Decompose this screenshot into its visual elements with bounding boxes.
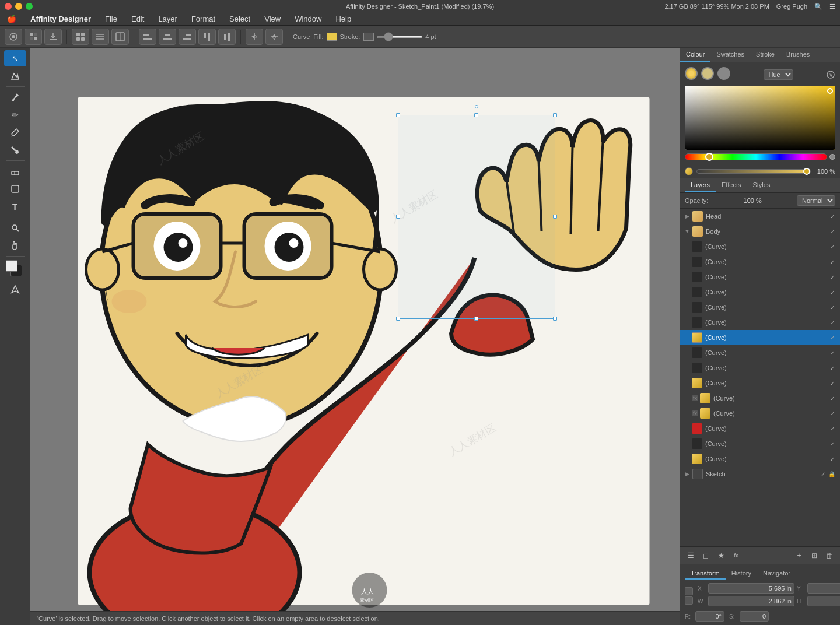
- menu-view[interactable]: View: [262, 15, 283, 23]
- menu-layer[interactable]: Layer: [156, 15, 180, 23]
- transform-lock-xy[interactable]: [685, 587, 693, 595]
- add-layer-icon[interactable]: +: [793, 550, 805, 561]
- apple-menu[interactable]: 🍎: [5, 15, 19, 23]
- layer-curve-10[interactable]: fx (Curve) ✓: [680, 391, 840, 406]
- navigator-tool[interactable]: [4, 281, 26, 297]
- r-input[interactable]: [695, 611, 724, 622]
- visibility-icon-body[interactable]: ✓: [828, 227, 836, 236]
- s-input[interactable]: [740, 611, 769, 622]
- pen-tool[interactable]: [4, 89, 26, 106]
- expand-icon[interactable]: ▶: [684, 213, 691, 220]
- menu-edit[interactable]: Edit: [129, 15, 146, 23]
- brush-tool[interactable]: [4, 124, 26, 141]
- menu-file[interactable]: File: [103, 15, 120, 23]
- lock-icon-sketch[interactable]: 🔒: [828, 471, 836, 477]
- view-mode-1[interactable]: [72, 29, 89, 45]
- vis-c13[interactable]: ✓: [828, 440, 836, 448]
- primary-color-circle[interactable]: [685, 67, 698, 80]
- fill-tool[interactable]: [4, 142, 26, 158]
- foreground-color-indicator[interactable]: [6, 260, 18, 272]
- pencil-tool[interactable]: ✏: [4, 107, 26, 123]
- menu-window[interactable]: Window: [292, 15, 324, 23]
- mask-icon[interactable]: ◻: [700, 550, 712, 561]
- tab-transform[interactable]: Transform: [685, 568, 726, 580]
- expand-icon-body[interactable]: ▼: [684, 228, 691, 235]
- node-tool[interactable]: [4, 68, 26, 84]
- blend-mode-dropdown[interactable]: Normal: [797, 195, 835, 206]
- tab-styles[interactable]: Styles: [747, 178, 776, 192]
- shape-tool[interactable]: [4, 181, 26, 197]
- eraser-tool[interactable]: [4, 163, 26, 180]
- layer-curve-3[interactable]: (Curve) ✓: [680, 269, 840, 285]
- vis-c9[interactable]: ✓: [828, 379, 836, 387]
- view-mode-3[interactable]: [111, 29, 129, 45]
- menu-icon[interactable]: ☰: [830, 3, 835, 10]
- stroke-color-swatch[interactable]: [363, 33, 374, 41]
- stroke-weight-slider[interactable]: [376, 36, 423, 38]
- transform-lock-wh[interactable]: [685, 596, 693, 605]
- menu-help[interactable]: Help: [333, 15, 354, 23]
- visibility-icon-head[interactable]: ✓: [828, 212, 836, 220]
- tab-swatches[interactable]: Swatches: [710, 48, 750, 62]
- hue-extra-knob[interactable]: [830, 154, 835, 160]
- fx-panel-icon[interactable]: fx: [730, 550, 742, 561]
- align-middle-button[interactable]: [218, 29, 236, 45]
- color-options-icon[interactable]: ∨: [826, 70, 835, 79]
- color-mode-dropdown[interactable]: Hue: [764, 69, 793, 80]
- layer-curve-7[interactable]: (Curve) ✓: [680, 345, 840, 360]
- layer-curve-8[interactable]: (Curve) ✓: [680, 360, 840, 375]
- vis-c11[interactable]: ✓: [828, 409, 836, 417]
- canvas-area[interactable]: 人人素材区 人人素材区 人人素材区 人人素材区 人人 素材区: [30, 48, 680, 625]
- expand-icon-sketch[interactable]: ▶: [684, 470, 691, 477]
- vis-c10[interactable]: ✓: [828, 394, 836, 402]
- layer-curve-6[interactable]: (Curve) ✓: [680, 315, 840, 330]
- layer-curve-12[interactable]: (Curve) ✓: [680, 421, 840, 436]
- tab-layers[interactable]: Layers: [685, 178, 716, 192]
- layer-head[interactable]: ▶ Head ✓: [680, 209, 840, 224]
- group-icon[interactable]: ⊞: [808, 550, 820, 561]
- pointer-tool[interactable]: ↖: [4, 50, 26, 66]
- search-icon[interactable]: 🔍: [814, 3, 822, 10]
- view-mode-2[interactable]: [92, 29, 109, 45]
- fullscreen-button[interactable]: [26, 3, 33, 10]
- tab-stroke[interactable]: Stroke: [750, 48, 780, 62]
- flip-h-button[interactable]: [246, 29, 263, 45]
- vis-c14[interactable]: ✓: [828, 455, 836, 463]
- color-gradient-picker[interactable]: [685, 86, 835, 150]
- color-picker-indicator[interactable]: [827, 88, 833, 94]
- menu-affinity[interactable]: Affinity Designer: [28, 15, 93, 23]
- align-top-button[interactable]: [198, 29, 216, 45]
- layer-curve-4[interactable]: (Curve) ✓: [680, 285, 840, 300]
- effect-icon[interactable]: ★: [715, 550, 727, 561]
- h-input[interactable]: [807, 596, 840, 606]
- align-left-button[interactable]: [139, 29, 156, 45]
- layer-curve-5[interactable]: (Curve) ✓: [680, 300, 840, 315]
- layer-curve-13[interactable]: (Curve) ✓: [680, 436, 840, 451]
- vis-c8[interactable]: ✓: [828, 364, 836, 372]
- layer-body[interactable]: ▼ Body ✓: [680, 224, 840, 239]
- tab-effects[interactable]: Effects: [716, 178, 747, 192]
- tab-colour[interactable]: Colour: [680, 48, 710, 62]
- text-tool[interactable]: T: [4, 198, 26, 215]
- flip-v-button[interactable]: [265, 29, 283, 45]
- tertiary-color-circle[interactable]: [718, 67, 730, 80]
- opacity-slider[interactable]: [696, 169, 811, 174]
- menu-format[interactable]: Format: [189, 15, 218, 23]
- vis-c3[interactable]: ✓: [828, 273, 836, 281]
- zoom-tool[interactable]: [4, 220, 26, 236]
- tab-brushes[interactable]: Brushes: [780, 48, 816, 62]
- layer-curve-1[interactable]: (Curve) ✓: [680, 239, 840, 254]
- layer-curve-2[interactable]: (Curve) ✓: [680, 254, 840, 269]
- y-input[interactable]: [807, 583, 840, 594]
- vis-c5[interactable]: ✓: [828, 303, 836, 311]
- layer-sketch[interactable]: ▶ Sketch ✓ 🔒: [680, 466, 840, 482]
- layer-curve-14[interactable]: (Curve) ✓: [680, 451, 840, 466]
- hue-slider-bar[interactable]: [685, 153, 827, 160]
- align-center-button[interactable]: [159, 29, 176, 45]
- vector-persona-button[interactable]: [5, 29, 22, 45]
- w-input[interactable]: [708, 596, 794, 606]
- x-input[interactable]: [708, 583, 794, 594]
- menu-select[interactable]: Select: [227, 15, 253, 23]
- close-button[interactable]: [5, 3, 12, 10]
- align-right-button[interactable]: [178, 29, 196, 45]
